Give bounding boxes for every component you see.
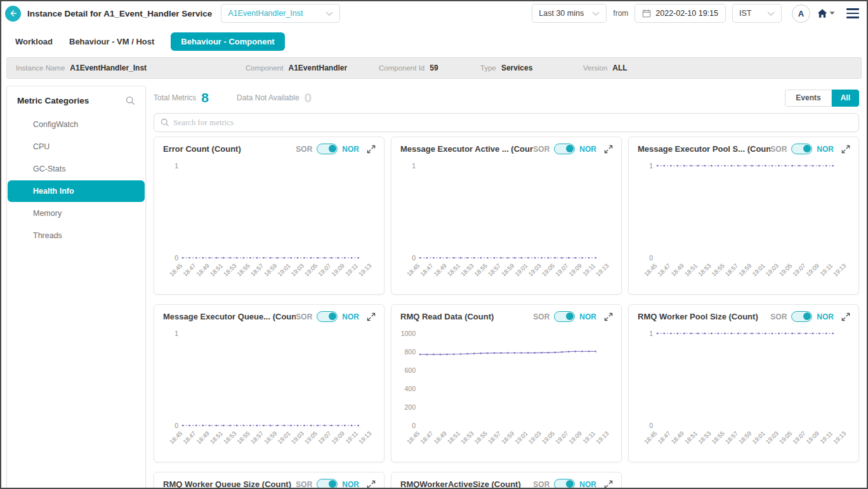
expand-icon: [604, 145, 613, 154]
sor-nor-toggle[interactable]: [317, 479, 338, 489]
chevron-down-icon: [592, 11, 600, 16]
events-button[interactable]: Events: [785, 90, 831, 107]
sidebar-item-threads[interactable]: Threads: [8, 225, 145, 246]
info-value: 59: [430, 64, 438, 72]
metric-card-title: Message Executor Queue... (Count): [163, 312, 296, 321]
svg-text:19:01: 19:01: [276, 262, 292, 278]
svg-text:19:01: 19:01: [751, 430, 766, 446]
timezone-dropdown[interactable]: IST: [732, 4, 782, 23]
instance-dropdown[interactable]: A1EventHandler_Inst: [221, 4, 340, 23]
svg-text:18:51: 18:51: [683, 262, 699, 278]
nor-label: NOR: [342, 312, 359, 321]
expand-chart-button[interactable]: [841, 145, 850, 154]
all-button[interactable]: All: [832, 90, 859, 107]
info-pair-component-id: Component Id59: [379, 64, 480, 72]
chart-area: 0118:4518:4718:4918:5118:5318:5518:5718:…: [391, 157, 621, 291]
svg-text:400: 400: [404, 385, 416, 392]
sor-nor-toggle[interactable]: [554, 144, 575, 154]
sor-label: SOR: [533, 145, 549, 154]
svg-text:19:05: 19:05: [541, 262, 556, 278]
toggle-knob: [329, 312, 336, 320]
search-icon[interactable]: [126, 96, 135, 105]
expand-icon: [841, 312, 850, 321]
expand-chart-button[interactable]: [604, 145, 613, 154]
svg-text:19:11: 19:11: [344, 430, 359, 445]
svg-text:18:53: 18:53: [222, 430, 238, 446]
chart-area: 0118:4518:4718:4918:5118:5318:5518:5718:…: [154, 157, 384, 291]
metric-card-rmq-read-data-count: RMQ Read Data (Count) SOR NOR 0200400600…: [391, 304, 622, 462]
expand-chart-button[interactable]: [604, 312, 613, 321]
svg-text:18:57: 18:57: [249, 262, 265, 278]
sor-nor-toggle[interactable]: [317, 311, 338, 322]
svg-text:19:13: 19:13: [832, 262, 848, 278]
expand-icon: [604, 480, 613, 489]
expand-chart-button[interactable]: [367, 480, 376, 489]
svg-text:18:51: 18:51: [446, 430, 462, 446]
datetime-picker[interactable]: 2022-02-10 19:15: [635, 4, 726, 23]
back-arrow-icon: [9, 9, 18, 18]
sidebar-item-cpu[interactable]: CPU: [8, 136, 145, 157]
svg-text:18:47: 18:47: [419, 262, 435, 278]
tab-behaviour-vm-host[interactable]: Behaviour - VM / Host: [69, 32, 154, 51]
svg-text:18:57: 18:57: [724, 430, 740, 446]
nor-label: NOR: [579, 480, 596, 489]
svg-text:18:57: 18:57: [249, 430, 265, 446]
tab-workload[interactable]: Workload: [15, 32, 53, 51]
info-pair-component: ComponentA1EventHandler: [246, 64, 379, 72]
sidebar-item-gc-stats[interactable]: GC-Stats: [8, 158, 145, 180]
sidebar-item-memory[interactable]: Memory: [8, 203, 145, 224]
metric-card-title: RMQ Worker Queue Size (Count): [163, 479, 296, 489]
sor-label: SOR: [296, 312, 312, 321]
svg-text:1: 1: [174, 330, 178, 337]
datetime-value: 2022-02-10 19:15: [655, 9, 718, 18]
svg-text:19:01: 19:01: [751, 262, 766, 278]
svg-text:19:09: 19:09: [567, 262, 583, 278]
search-icon: [161, 118, 169, 127]
svg-text:18:59: 18:59: [500, 430, 516, 446]
svg-text:19:09: 19:09: [567, 430, 583, 446]
sor-nor-toggle[interactable]: [554, 479, 575, 489]
home-menu[interactable]: [817, 8, 835, 18]
sor-nor-toggle[interactable]: [791, 311, 812, 322]
sidebar-item-health-info[interactable]: Health Info: [8, 180, 145, 202]
svg-text:18:47: 18:47: [181, 262, 197, 278]
info-value: Services: [501, 64, 532, 72]
metrics-content: Total Metrics 8 Data Not Available 0 Eve…: [147, 86, 859, 489]
svg-text:19:03: 19:03: [527, 430, 542, 446]
svg-text:600: 600: [404, 366, 416, 374]
sor-nor-toggle[interactable]: [554, 311, 575, 322]
svg-text:18:55: 18:55: [473, 262, 489, 278]
sidebar-item-configwatch[interactable]: ConfigWatch: [8, 114, 145, 135]
sor-nor-toggle[interactable]: [317, 144, 338, 154]
info-label: Component: [246, 64, 283, 72]
svg-text:0: 0: [649, 254, 653, 262]
expand-chart-button[interactable]: [604, 480, 613, 489]
sor-nor-toggle[interactable]: [791, 144, 812, 154]
home-icon: [817, 8, 828, 18]
svg-text:18:53: 18:53: [697, 430, 713, 446]
expand-chart-button[interactable]: [841, 312, 850, 321]
instance-info-bar: Instance NameA1EventHandler_InstComponen…: [6, 57, 862, 79]
avatar[interactable]: A: [792, 4, 810, 23]
expand-chart-button[interactable]: [367, 312, 376, 321]
svg-text:19:05: 19:05: [303, 430, 319, 446]
chevron-down-icon: [326, 11, 333, 16]
svg-text:18:59: 18:59: [500, 262, 516, 278]
svg-text:18:45: 18:45: [168, 262, 184, 278]
toggle-knob: [566, 145, 574, 152]
line-chart: 0118:4518:4718:4918:5118:5318:5518:5718:…: [633, 158, 856, 288]
svg-text:0: 0: [174, 254, 178, 262]
expand-chart-button[interactable]: [367, 145, 376, 154]
sor-label: SOR: [770, 145, 787, 154]
hamburger-menu-icon[interactable]: [846, 8, 859, 18]
metric-card-rmqworkeractivesize-count: RMQWorkerActiveSize (Count) SOR NOR: [391, 472, 622, 489]
total-metrics-label: Total Metrics: [154, 93, 196, 102]
expand-icon: [367, 312, 376, 321]
toggle-knob: [329, 145, 336, 152]
back-button[interactable]: [5, 6, 21, 22]
time-range-dropdown[interactable]: Last 30 mins: [532, 4, 607, 23]
svg-text:18:57: 18:57: [487, 430, 503, 446]
data-not-available-count: 0: [305, 90, 312, 105]
tab-behaviour-component[interactable]: Behaviour - Component: [171, 32, 284, 51]
search-input[interactable]: [154, 113, 859, 132]
